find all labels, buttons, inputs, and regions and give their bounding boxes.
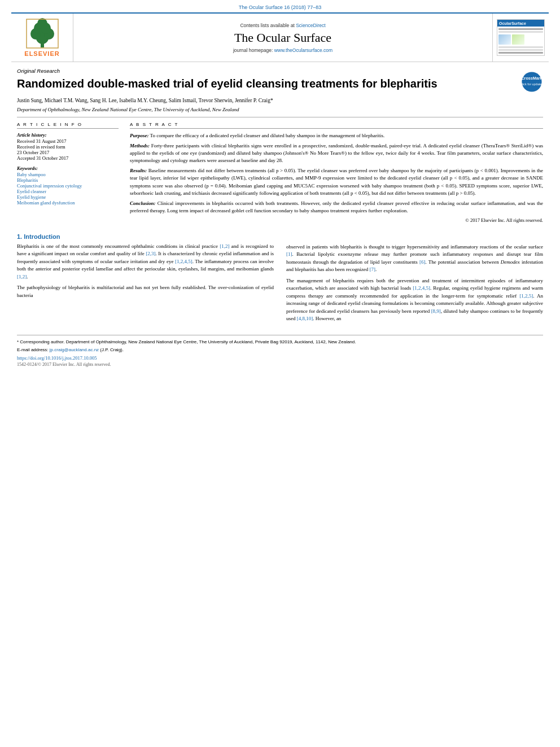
methods-label: Methods: <box>130 143 150 148</box>
homepage-link[interactable]: www.theOcularsurface.com <box>274 47 333 53</box>
abstract-header: A B S T R A C T <box>130 122 543 129</box>
ref-8-9[interactable]: [8,9] <box>431 308 441 314</box>
keyword-blepharitis[interactable]: Blepharitis <box>17 177 119 183</box>
abstract-methods: Methods: Forty-three participants with c… <box>130 142 543 164</box>
conclusion-label: Conclusion: <box>130 200 156 206</box>
email-label: E-mail address: <box>17 347 49 352</box>
received-date: Received 31 August 2017 <box>17 138 119 144</box>
contents-text: Contents lists available at <box>240 23 294 28</box>
article-info-header: A R T I C L E I N F O <box>17 122 119 129</box>
thumb-line-4 <box>498 49 543 51</box>
elsevier-logo: ELSEVIER <box>24 18 59 57</box>
results-label: Results: <box>130 168 147 173</box>
keyword-eyelid-cleanser[interactable]: Eyelid cleanser <box>17 189 119 194</box>
issn-line: 1542-0124/© 2017 Elsevier Inc. All right… <box>17 362 543 367</box>
thumb-line-5 <box>498 52 543 54</box>
elsevier-logo-area: ELSEVIER <box>11 14 73 62</box>
journal-name-area: Contents lists available at ScienceDirec… <box>73 14 492 62</box>
article-title: Randomized double-masked trial of eyelid… <box>17 76 543 91</box>
thumb-image-2 <box>512 34 524 45</box>
elsevier-tree-icon <box>25 18 59 49</box>
results-text: Baseline measurements did not differ bet… <box>130 168 543 195</box>
svg-point-6 <box>37 18 47 29</box>
thumb-label: OcularSurface <box>499 21 526 25</box>
journal-thumbnail-area: OcularSurface <box>492 14 549 62</box>
crossmark-area: CrossMark click for updates <box>520 71 543 94</box>
ref-7[interactable]: [7] <box>369 267 375 272</box>
methods-text: Forty-three participants with clinical b… <box>130 143 543 163</box>
svg-text:click for updates: click for updates <box>520 82 543 86</box>
abstract-results: Results: Baseline measurements did not d… <box>130 167 543 196</box>
intro-two-col: 1. Introduction Blepharitis is one of th… <box>17 233 543 326</box>
demodex-italic: Demodex <box>501 259 520 265</box>
svg-text:CrossMark: CrossMark <box>521 76 542 81</box>
ref-1-2-4-5[interactable]: [1,2,4,5] <box>175 259 193 264</box>
email-address[interactable]: jp.craig@auckland.ac.nz <box>50 347 99 352</box>
header-divider <box>17 117 543 117</box>
section-number: 1. <box>17 233 22 240</box>
intro-right-para-1: observed in patients with blepharitis is… <box>286 243 543 274</box>
purpose-label: Purpose: <box>130 133 149 138</box>
footnote-area: * Corresponding author. Department of Op… <box>17 335 543 367</box>
affiliation: Department of Ophthalmology, New Zealand… <box>17 107 543 112</box>
keyword-baby-shampoo[interactable]: Baby shampoo <box>17 172 119 177</box>
thumb-image-1 <box>498 34 511 45</box>
abstract-purpose: Purpose: To compare the efficacy of a de… <box>130 132 543 139</box>
ref-6[interactable]: [6] <box>419 259 426 265</box>
doi-line[interactable]: https://doi.org/10.1016/j.jtos.2017.10.0… <box>17 355 543 361</box>
homepage-line: journal homepage: www.theOcularsurface.c… <box>233 47 333 53</box>
revised-date: 23 October 2017 <box>17 150 119 155</box>
keyword-eyelid-hygiene[interactable]: Eyelid hygiene <box>17 194 119 200</box>
abstract-column: A B S T R A C T Purpose: To compare the … <box>130 122 543 222</box>
intro-para-2: The pathophysiology of blepharitis is mu… <box>17 284 274 299</box>
thumb-image-area <box>498 34 543 45</box>
accepted-date: Accepted 31 October 2017 <box>17 155 119 161</box>
intro-right-col: observed in patients with blepharitis is… <box>286 233 543 326</box>
ref-1-2b[interactable]: [1,2] <box>17 274 27 279</box>
revised-label: Received in revised form <box>17 144 119 150</box>
journal-citation: The Ocular Surface 16 (2018) 77–83 <box>0 0 560 12</box>
ref-2-3[interactable]: [2,3] <box>146 251 155 256</box>
thumb-line-3 <box>498 46 543 48</box>
ref-1-2-4-5b[interactable]: [1,2,4,5] <box>413 285 430 291</box>
intro-right-para-2: The management of blepharitis requires b… <box>286 277 543 323</box>
intro-right-text: observed in patients with blepharitis is… <box>286 243 543 323</box>
intro-para-1: Blepharitis is one of the most commonly … <box>17 243 274 281</box>
science-direct-line: Contents lists available at ScienceDirec… <box>240 23 325 28</box>
thumb-header: OcularSurface <box>497 20 544 27</box>
keyword-cytology[interactable]: Conjunctival impression cytology <box>17 183 119 189</box>
keywords-list: Baby shampoo Blepharitis Conjunctival im… <box>17 172 119 206</box>
article-info-abstract: A R T I C L E I N F O Article history: R… <box>17 122 543 222</box>
homepage-label: journal homepage: <box>233 47 273 53</box>
corresponding-author-text: * Corresponding author. Department of Op… <box>17 339 356 344</box>
history-label: Article history: <box>17 132 119 138</box>
introduction-section: 1. Introduction Blepharitis is one of th… <box>17 233 543 326</box>
abstract-conclusion: Conclusion: Clinical improvements in ble… <box>130 200 543 215</box>
ref-1c[interactable]: [1] <box>286 251 292 257</box>
article-info-column: A R T I C L E I N F O Article history: R… <box>17 122 119 222</box>
purpose-text: To compare the efficacy of a dedicated e… <box>150 133 385 138</box>
citation-text: The Ocular Surface 16 (2018) 77–83 <box>239 5 322 10</box>
email-suffix: (J.P. Craig). <box>100 347 124 352</box>
conclusion-text: Clinical improvements in blepharitis occ… <box>130 200 543 213</box>
page: The Ocular Surface 16 (2018) 77–83 <box>0 0 560 747</box>
article-content: CrossMark click for updates Original Res… <box>0 62 560 373</box>
science-direct-link[interactable]: ScienceDirect <box>296 23 325 28</box>
crossmark-icon: CrossMark click for updates <box>520 71 543 93</box>
intro-section-title: 1. Introduction <box>17 233 274 240</box>
intro-left-col: 1. Introduction Blepharitis is one of th… <box>17 233 274 326</box>
elsevier-brand-text: ELSEVIER <box>24 50 59 57</box>
thumb-line-1 <box>498 28 543 30</box>
journal-title: The Ocular Surface <box>234 30 331 45</box>
thumb-line-2 <box>498 31 543 33</box>
article-category: Original Research <box>17 68 543 74</box>
section-title-text: Introduction <box>24 233 60 240</box>
keyword-meibomian[interactable]: Meibomian gland dysfunction <box>17 200 119 206</box>
ref-1-2-5[interactable]: [1,2,5] <box>519 293 533 299</box>
journal-thumbnail: OcularSurface <box>497 19 545 56</box>
ref-1-2[interactable]: [1,2] <box>220 243 229 249</box>
ref-4-8-10[interactable]: [4,8,10] <box>297 316 313 321</box>
intro-body-text: Blepharitis is one of the most commonly … <box>17 243 274 300</box>
journal-header: ELSEVIER Contents lists available at Sci… <box>11 12 549 62</box>
corresponding-author-note: * Corresponding author. Department of Op… <box>17 339 543 345</box>
